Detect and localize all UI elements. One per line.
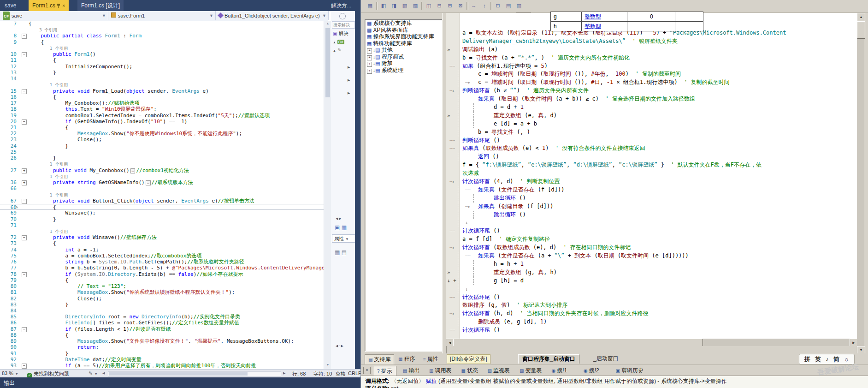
code-line[interactable]: 91 }: [0, 351, 324, 357]
fold-toggle-icon[interactable]: −: [22, 272, 27, 277]
code-line[interactable]: 78− if (System.IO.Directory.Exists(b) ==…: [0, 271, 324, 277]
code-vertical-scrollbar[interactable]: ▲ ▼: [857, 13, 864, 353]
output-tab-监视表[interactable]: ▧监视表: [484, 366, 514, 375]
tab-form1-cs[interactable]: Form1.cs×: [29, 0, 69, 11]
member-dropdown[interactable]: Button1_Click(object sender, EventArgs e…: [216, 11, 329, 20]
code-line[interactable]: 21 {: [0, 125, 324, 131]
fold-toggle-icon[interactable]: −: [22, 235, 27, 240]
code-line[interactable]: 71: [0, 222, 324, 228]
panel-tab-程序[interactable]: ▦程序: [395, 354, 418, 364]
code-line[interactable]: 跳出循环 (): [446, 194, 857, 203]
space-vertical-icon[interactable]: ↕: [480, 1, 489, 10]
code-line[interactable]: »重定义数组 (g, 真, h): [446, 269, 857, 277]
document-tab-1[interactable]: [Dll命令定义表]: [447, 354, 490, 364]
output-tab-输出[interactable]: ▤输出: [399, 366, 423, 375]
code-line[interactable]: ↓: [446, 219, 857, 227]
fold-toggle-icon[interactable]: −: [22, 119, 27, 125]
code-line[interactable]: ┄▸计次循环首 (4, d) ' 判断复制位置: [446, 178, 857, 186]
code-line[interactable]: e [d] = a + b: [446, 120, 857, 128]
code-line[interactable]: a = f [d] ' 确定文件复制路径: [446, 235, 857, 244]
code-line[interactable]: c = 增减时间 (取日期 (取现行时间 ()), #年份, -100) ' 复…: [446, 70, 857, 78]
tab-form1-design[interactable]: Form1.cs [设计]: [77, 0, 124, 11]
center-horizontal-icon[interactable]: ◫: [424, 1, 433, 10]
code-line[interactable]: »调试输出 (a): [446, 46, 857, 54]
code-line[interactable]: ↓ +g [h] = d: [446, 277, 857, 285]
code-line[interactable]: 24 }: [0, 143, 324, 149]
nav-back-forward[interactable]: ◀ · ▶: [336, 344, 343, 348]
code-line[interactable]: ┄▸计次循环首 (h, d) ' 当相同日期的文件夹存在时候，删除对应文件路径: [446, 310, 857, 318]
code-line[interactable]: 93− if (a == 5)//如果用户选择了所有，则将当前时间向前推100年…: [0, 363, 324, 369]
code-line[interactable]: 12 InitializeComponent();: [0, 64, 324, 70]
csharp-project-node[interactable]: ▲ C#: [333, 39, 344, 44]
zoom-level[interactable]: 83 % ▼: [2, 370, 18, 376]
document-tab-2[interactable]: 窗口程序集_启动窗口: [518, 354, 579, 364]
code-line[interactable]: 90 return;: [0, 344, 324, 350]
codelens-references[interactable]: 1 个引用: [0, 161, 324, 167]
variable-name-cell[interactable]: h: [551, 22, 582, 31]
code-line[interactable]: 9 {: [0, 39, 324, 45]
code-line[interactable]: 81 MessageBox.Show("你的系统默认锁屏壁纸不程序默认文件夹！"…: [0, 289, 324, 295]
collapse-arrow-icon[interactable]: ▶: [348, 78, 350, 82]
toolbox-icons[interactable]: ▦ ▤: [335, 249, 347, 256]
panel-icons[interactable]: ▣ ▦: [335, 224, 347, 231]
codelens-references[interactable]: 1 个引用: [0, 192, 324, 198]
codelens-references[interactable]: 1 个引用: [0, 45, 324, 51]
collapsed-panel-band[interactable]: [355, 11, 360, 369]
code-line[interactable]: 73 {: [0, 240, 324, 246]
code-line[interactable]: f = { “f:\锁屏壁纸”, “e:\锁屏壁纸”, “d:\锁屏壁纸”, “…: [446, 161, 857, 169]
output-tab-搜!2[interactable]: ◉搜!2: [580, 366, 603, 375]
code-line[interactable]: 67− private void Button1_Click(object se…: [0, 198, 324, 204]
code-line[interactable]: b = 寻找文件 (, ): [446, 128, 857, 137]
code-line[interactable]: 16 {: [0, 94, 324, 100]
output-tab-搜!1[interactable]: ◉搜!1: [548, 366, 571, 375]
code-line[interactable]: 13 }: [0, 70, 324, 76]
tree-item-程序调试[interactable]: +↓▤程序调试: [365, 54, 443, 60]
code-line[interactable]: ┄▸c = 增减时间 (取日期 (取现行时间 ()), #日, -1 × 组合框…: [446, 78, 857, 87]
code-line[interactable]: 23 Close();: [0, 137, 324, 143]
code-line[interactable]: 36+ private string GetOSNameInfo()…//取系统…: [0, 179, 324, 185]
code-line[interactable]: 72− private void Winsave()//壁纸保存方法: [0, 234, 324, 240]
codelens-references[interactable]: 1 个引用: [0, 173, 324, 179]
code-line[interactable]: ┄▸计次循环首 (取数组成员数 (e), d) ' 存在相同日期的文件标记: [446, 244, 857, 252]
home-icon[interactable]: [339, 13, 346, 19]
fold-toggle-icon[interactable]: −: [22, 34, 27, 39]
code-line[interactable]: 86 FileInfo[] files = root.GetFiles();//…: [0, 320, 324, 326]
code-line[interactable]: 68✎ {: [0, 204, 324, 210]
code-line[interactable]: 11 {: [0, 57, 324, 63]
output-tab-调用表[interactable]: ▥调用表: [425, 366, 455, 375]
code-line[interactable]: 14: [0, 76, 324, 82]
output-tab-变量表[interactable]: ▨变量表: [516, 366, 545, 375]
panel-tab-支持库[interactable]: ▤支持库: [365, 354, 394, 364]
project-dropdown[interactable]: C#save▼: [0, 11, 108, 20]
scrollbar-thumb[interactable]: [453, 339, 703, 346]
code-line[interactable]: 87− if (files.Length < 1)//判读是否有壁纸: [0, 326, 324, 332]
code-line[interactable]: h = h + 1: [446, 260, 857, 269]
output-tab-提示[interactable]: ?提示: [373, 366, 396, 376]
code-line[interactable]: b = 寻找文件 (a + “*.*”, ) ' 遍历文件夹内所有文件初始化: [446, 54, 857, 62]
code-line[interactable]: 8− public partial class Form1 : Form: [0, 33, 324, 39]
expand-icon[interactable]: +: [367, 62, 372, 67]
close-icon[interactable]: ×: [62, 3, 65, 8]
code-line[interactable]: 22 MessageBox.Show("你不是使用Windows10系统，不能运…: [0, 131, 324, 137]
expand-icon[interactable]: +: [367, 48, 372, 54]
code-line[interactable]: 25: [0, 149, 324, 155]
code-line[interactable]: 27+ public void My_Conbobox()…//combox1初…: [0, 167, 324, 173]
code-line[interactable]: 删除成员 (e, g [d], 1): [446, 318, 857, 326]
tree-item-系统处理[interactable]: +↓▤系统处理: [365, 67, 443, 74]
code-horizontal-scrollbar[interactable]: ◀ ▶: [446, 339, 857, 346]
code-line[interactable]: 数组排序 (g, 假) ' 标记从大到小排序: [446, 301, 857, 310]
output-tab-状态[interactable]: ▦状态: [458, 366, 482, 375]
code-line[interactable]: 19 comboBox1.SelectedIndex = comboBox1.I…: [0, 113, 324, 119]
size-both-icon[interactable]: ▥: [514, 1, 524, 10]
code-line[interactable]: 82 Close();: [0, 296, 324, 302]
input-method-bar[interactable]: 拼英♪简☼: [799, 354, 855, 364]
codelens-references[interactable]: 1 个引用: [0, 228, 324, 234]
tree-item-操作系统界面功能支持库[interactable]: ▦操作系统界面功能支持库: [365, 33, 443, 40]
variable-value-cell[interactable]: 0: [647, 12, 675, 22]
ime-icon[interactable]: 拼: [804, 356, 810, 363]
class-dropdown[interactable]: save.Form1▼: [108, 11, 216, 20]
ime-icon[interactable]: ☼: [844, 356, 850, 363]
code-line[interactable]: ↓: [446, 285, 857, 293]
editor-horizontal-scrollbar[interactable]: [108, 371, 281, 376]
scrollbar-thumb[interactable]: [857, 21, 865, 39]
